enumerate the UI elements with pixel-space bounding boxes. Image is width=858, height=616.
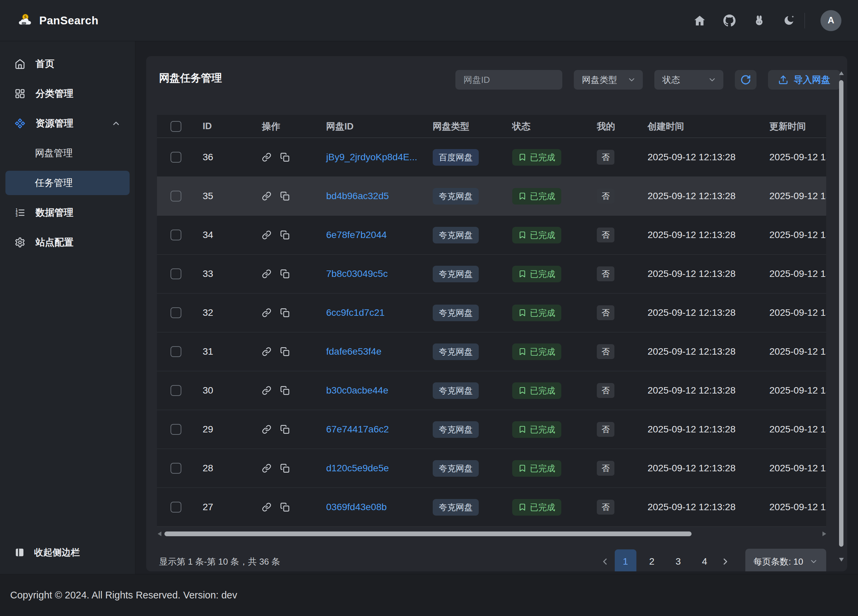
- copy-icon[interactable]: [280, 308, 290, 318]
- sidebar-item-site-config[interactable]: 站点配置: [5, 230, 130, 254]
- row-checkbox[interactable]: [171, 346, 181, 357]
- link-icon[interactable]: [262, 152, 271, 162]
- github-icon[interactable]: [723, 14, 735, 27]
- sidebar-item-data-management[interactable]: 123 数据管理: [5, 200, 130, 225]
- scroll-right-arrow[interactable]: [822, 531, 826, 536]
- row-checkbox[interactable]: [171, 385, 181, 396]
- avatar[interactable]: A: [821, 10, 841, 31]
- row-checkbox[interactable]: [171, 502, 181, 512]
- link-icon[interactable]: [262, 386, 271, 395]
- bookmark-icon: [518, 425, 527, 433]
- row-checkbox[interactable]: [171, 191, 181, 202]
- scroll-up-arrow[interactable]: [839, 71, 844, 75]
- link-icon[interactable]: [262, 230, 271, 240]
- disk-id-link[interactable]: fdafe6e53f4e: [326, 346, 382, 357]
- sidebar-item-label: 分类管理: [36, 87, 73, 100]
- status-badge: 已完成: [512, 421, 561, 438]
- home-outline-icon: [14, 59, 25, 69]
- moon-icon[interactable]: [783, 14, 795, 27]
- disk-id-link[interactable]: jBy9_2jrdyoKp8d4E...: [326, 152, 417, 162]
- row-checkbox[interactable]: [171, 307, 181, 318]
- row-checkbox[interactable]: [171, 463, 181, 474]
- vertical-scrollbar-thumb[interactable]: [839, 80, 844, 547]
- disk-id-link[interactable]: 6cc9fc1d7c21: [326, 307, 385, 318]
- copy-icon[interactable]: [280, 347, 290, 356]
- copy-icon[interactable]: [280, 464, 290, 473]
- page-button-3[interactable]: 3: [667, 549, 689, 571]
- row-checkbox[interactable]: [171, 268, 181, 279]
- disk-id-link[interactable]: 6e78fe7b2044: [326, 230, 387, 240]
- status-text: 已完成: [530, 268, 555, 279]
- disk-id-link[interactable]: d120c5e9de5e: [326, 463, 389, 473]
- scroll-left-arrow[interactable]: [158, 531, 162, 536]
- row-checkbox[interactable]: [171, 424, 181, 435]
- disk-id-link[interactable]: 67e74417a6c2: [326, 424, 389, 434]
- select-all-checkbox[interactable]: [171, 121, 181, 132]
- copy-icon[interactable]: [280, 386, 290, 395]
- link-icon[interactable]: [262, 503, 271, 512]
- row-id: 27: [189, 502, 248, 512]
- disk-type-filter-select[interactable]: 网盘类型: [574, 70, 643, 90]
- page-button-1[interactable]: 1: [615, 549, 636, 571]
- disk-id-link[interactable]: 7b8c03049c5c: [326, 268, 388, 279]
- logo-brand[interactable]: $ PanSearch: [18, 13, 98, 28]
- status-text: 已完成: [530, 385, 555, 396]
- row-checkbox[interactable]: [171, 230, 181, 241]
- sidebar-item-categories[interactable]: 分类管理: [5, 81, 130, 106]
- status-badge: 已完成: [512, 305, 561, 321]
- next-page-chevron-icon[interactable]: [720, 557, 731, 566]
- sidebar-item-task-management[interactable]: 任务管理: [5, 171, 130, 195]
- page-size-select[interactable]: 每页条数: 10: [745, 549, 826, 571]
- import-disk-button[interactable]: 导入网盘: [768, 70, 840, 90]
- sidebar-item-home[interactable]: 首页: [5, 52, 130, 76]
- horizontal-scrollbar-thumb[interactable]: [165, 531, 692, 536]
- sidebar-item-resources[interactable]: 资源管理: [5, 111, 130, 136]
- rabbit-icon[interactable]: [753, 14, 765, 27]
- scroll-down-arrow[interactable]: [839, 558, 844, 562]
- disk-id-link[interactable]: bd4b96ac32d5: [326, 191, 389, 201]
- sidebar-item-label: 任务管理: [35, 177, 73, 189]
- refresh-button[interactable]: [735, 70, 757, 90]
- copy-icon[interactable]: [280, 191, 290, 201]
- link-icon[interactable]: [262, 308, 271, 318]
- copy-icon[interactable]: [280, 425, 290, 434]
- copy-icon[interactable]: [280, 269, 290, 279]
- link-icon[interactable]: [262, 269, 271, 279]
- status-badge: 已完成: [512, 266, 561, 282]
- copy-icon[interactable]: [280, 230, 290, 240]
- link-icon[interactable]: [262, 464, 271, 473]
- collapse-sidebar-button[interactable]: 收起侧边栏: [5, 540, 130, 565]
- page-button-2[interactable]: 2: [641, 549, 663, 571]
- copy-icon[interactable]: [280, 152, 290, 162]
- sidebar-item-disk-management[interactable]: 网盘管理: [5, 141, 130, 165]
- updated-time: 2025-09-12 13:13:28: [756, 307, 826, 318]
- table-row: 30 b30c0acbe44e 夸克网盘 已完成 否 2025-09-12 12…: [157, 371, 826, 410]
- disk-type-filter-label: 网盘类型: [582, 74, 617, 86]
- filters-bar: 网盘类型 状态: [455, 70, 840, 90]
- sidebar-item-label: 数据管理: [36, 206, 73, 219]
- brand-name: PanSearch: [39, 14, 98, 27]
- status-filter-select[interactable]: 状态: [654, 70, 723, 90]
- link-icon[interactable]: [262, 425, 271, 434]
- table-row: 32 6cc9fc1d7c21 夸克网盘 已完成 否 2025-09-12 12…: [157, 293, 826, 332]
- refresh-icon: [740, 74, 751, 85]
- link-icon[interactable]: [262, 347, 271, 356]
- disk-id-search-input[interactable]: [455, 70, 562, 90]
- status-text: 已完成: [530, 230, 555, 241]
- prev-page-chevron-icon[interactable]: [600, 557, 610, 566]
- vertical-scrollbar: [838, 71, 844, 562]
- disk-id-link[interactable]: 0369fd43e08b: [326, 502, 387, 512]
- link-icon[interactable]: [262, 191, 271, 201]
- table-row: 28 d120c5e9de5e 夸克网盘 已完成 否 2025-09-12 12…: [157, 449, 826, 488]
- home-icon[interactable]: [693, 14, 706, 27]
- row-id: 28: [189, 463, 248, 474]
- page-button-4[interactable]: 4: [694, 549, 715, 571]
- pagination-bar: 显示第 1 条-第 10 条，共 36 条 1 2 3 4 每页条数: 10: [159, 548, 826, 571]
- copy-icon[interactable]: [280, 503, 290, 512]
- table-row: 31 fdafe6e53f4e 夸克网盘 已完成 否 2025-09-12 12…: [157, 332, 826, 371]
- ordered-list-icon: 123: [14, 207, 25, 218]
- disk-id-link[interactable]: b30c0acbe44e: [326, 385, 389, 396]
- collapse-sidebar-label: 收起侧边栏: [34, 546, 80, 559]
- row-checkbox[interactable]: [171, 152, 181, 163]
- column-header-diskid: 网盘ID: [312, 120, 419, 132]
